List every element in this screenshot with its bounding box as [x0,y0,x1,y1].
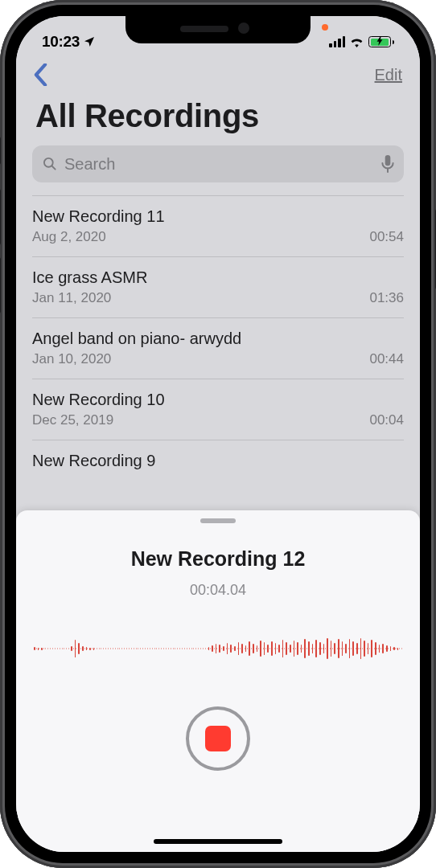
recording-sheet[interactable]: New Recording 12 00:04.04 [16,510,420,852]
recording-row[interactable]: New Recording 9 [32,440,404,485]
battery-icon [368,36,394,47]
status-bar: 10:23 [16,16,420,56]
recording-date: Aug 2, 2020 [32,229,106,245]
cellular-signal-icon [329,36,345,47]
search-placeholder: Search [64,155,375,174]
recordings-list[interactable]: New Recording 11Aug 2, 202000:54Ice gras… [16,195,420,485]
search-input[interactable]: Search [32,145,404,182]
wifi-icon [349,36,364,47]
recording-title: New Recording 9 [32,452,404,470]
active-recording-elapsed: 00:04.04 [190,582,246,599]
recording-indicator-dot [322,24,328,31]
sheet-grabber[interactable] [200,518,236,523]
recording-row[interactable]: Ice grass ASMRJan 11, 202001:36 [32,256,404,317]
search-icon [42,156,58,172]
recording-row[interactable]: New Recording 10Dec 25, 201900:04 [32,379,404,440]
recording-row[interactable]: Angel band on piano- arwyddJan 10, 20200… [32,317,404,379]
waveform[interactable] [16,624,420,673]
svg-rect-2 [385,155,391,166]
back-button[interactable] [34,63,47,86]
recording-duration: 00:04 [369,412,404,428]
recording-title: New Recording 11 [32,207,404,226]
svg-line-1 [52,166,56,170]
status-time: 10:23 [42,33,80,51]
edit-button[interactable]: Edit [375,66,402,84]
recording-duration: 01:36 [369,290,404,306]
stop-icon [205,726,231,751]
recording-title: Angel band on piano- arwydd [32,330,404,348]
recording-date: Jan 11, 2020 [32,290,111,306]
recording-row[interactable]: New Recording 11Aug 2, 202000:54 [32,195,404,256]
recording-duration: 00:44 [369,351,404,367]
recording-date: Dec 25, 2019 [32,412,113,428]
nav-bar: Edit [16,56,420,90]
home-indicator[interactable] [154,839,282,844]
recording-duration: 00:54 [369,229,404,245]
recording-title: New Recording 10 [32,391,404,409]
active-recording-title[interactable]: New Recording 12 [131,547,306,571]
recording-title: Ice grass ASMR [32,268,404,287]
stop-recording-button[interactable] [186,706,250,771]
recording-date: Jan 10, 2020 [32,351,111,367]
page-title: All Recordings [35,98,401,134]
dictate-icon[interactable] [381,155,394,173]
location-icon [83,35,96,48]
